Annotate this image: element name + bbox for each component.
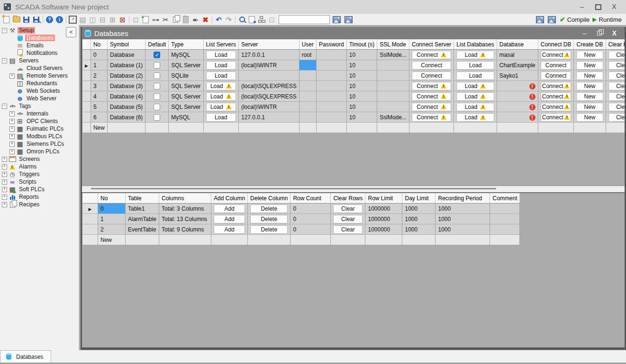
cell-empty[interactable] bbox=[203, 123, 238, 133]
cell-type[interactable]: SQL Server bbox=[169, 91, 203, 102]
tables-grid-header-recording-period[interactable]: Recording Period bbox=[435, 193, 490, 204]
tree-expander-icon[interactable]: + bbox=[9, 111, 15, 116]
tree-expander-icon[interactable]: − bbox=[2, 28, 7, 33]
cell-columns[interactable]: Total: 9 Columns bbox=[159, 224, 211, 235]
tables-grid-header-row-limit[interactable]: Row Limit bbox=[365, 193, 402, 204]
cell-row-limit[interactable]: 1000000 bbox=[365, 204, 402, 214]
cell-no[interactable]: 2 bbox=[91, 71, 107, 81]
cell-user[interactable] bbox=[299, 71, 316, 81]
clear-rows-button[interactable]: Clear bbox=[608, 92, 625, 101]
connect-db-button[interactable]: Connect bbox=[541, 92, 572, 101]
cell-symbol[interactable]: Database bbox=[107, 50, 145, 60]
row-selector[interactable] bbox=[82, 123, 91, 133]
clear-rows-button[interactable]: Clear bbox=[333, 204, 363, 213]
databases-grid-header-list-servers[interactable]: List Servers bbox=[203, 39, 238, 50]
cell-row-limit[interactable]: 1000000 bbox=[365, 224, 402, 235]
cell-server[interactable]: (local)\SQLEXPRESS bbox=[238, 91, 299, 102]
cell-empty[interactable] bbox=[238, 123, 299, 133]
find-icon[interactable] bbox=[237, 15, 247, 24]
cell-empty[interactable] bbox=[346, 123, 377, 133]
cell-database[interactable]: ! bbox=[497, 112, 538, 123]
cell-row-count[interactable]: 0 bbox=[290, 214, 331, 224]
cell-server[interactable] bbox=[238, 71, 299, 81]
cell-server[interactable]: (local)\SQLEXPRESS bbox=[238, 81, 299, 91]
tree-expander-icon[interactable]: + bbox=[2, 195, 7, 200]
list-servers-button[interactable]: Load bbox=[206, 113, 236, 122]
default-checkbox[interactable] bbox=[154, 62, 160, 69]
redo-icon[interactable]: ↷ bbox=[224, 15, 234, 24]
tree-item-servers[interactable]: −▤Servers bbox=[0, 57, 79, 64]
hierarchy-icon[interactable] bbox=[257, 15, 267, 24]
cascade-windows-icon[interactable]: ▤ bbox=[78, 15, 88, 24]
clear-rows-button[interactable]: Clear bbox=[608, 103, 625, 111]
cell-server[interactable]: (local)\WINTR bbox=[238, 60, 299, 71]
navigate-icon[interactable]: ⊡ bbox=[267, 15, 277, 24]
tree-expander-icon[interactable]: + bbox=[9, 126, 15, 132]
row-selector[interactable]: ▶ bbox=[82, 204, 98, 214]
cell-empty[interactable] bbox=[331, 235, 365, 245]
databases-grid-header-create-db[interactable]: Create DB bbox=[574, 39, 606, 50]
tree-item-emails[interactable]: ✉Emails bbox=[0, 42, 79, 49]
cell-database[interactable]: ! bbox=[497, 91, 538, 102]
tree-item-screens[interactable]: +Screens bbox=[0, 155, 79, 163]
cell-empty[interactable] bbox=[409, 123, 454, 133]
tree-item-soft-plcs[interactable]: +▦▶Soft PLCs bbox=[0, 186, 79, 193]
create-db-button[interactable]: New bbox=[576, 113, 603, 122]
cell-symbol[interactable]: Database (5) bbox=[107, 102, 145, 112]
tree-expander-icon[interactable]: − bbox=[2, 58, 7, 63]
close-windows-icon[interactable]: ⊠ bbox=[118, 15, 127, 24]
cell-empty[interactable] bbox=[211, 235, 248, 245]
connect-server-button[interactable]: Connect bbox=[412, 51, 451, 59]
tab-databases[interactable]: Databases bbox=[0, 350, 51, 363]
cell-empty[interactable] bbox=[317, 123, 347, 133]
databases-window-titlebar[interactable]: Databases – X bbox=[82, 27, 625, 39]
list-servers-button[interactable]: Load bbox=[206, 71, 236, 80]
cell-table[interactable]: Table1 bbox=[126, 204, 159, 214]
capture-icon[interactable] bbox=[535, 15, 545, 24]
list-servers-button[interactable]: Load bbox=[206, 61, 236, 70]
list-databases-button[interactable]: Load bbox=[456, 51, 494, 59]
cell-empty[interactable] bbox=[126, 235, 159, 245]
tree-item-scripts[interactable]: +∞Scripts bbox=[0, 178, 79, 186]
default-checkbox[interactable] bbox=[154, 72, 160, 79]
clear-rows-button[interactable]: Clear bbox=[608, 71, 625, 80]
add-column-button[interactable]: Add bbox=[214, 215, 245, 223]
row-selector[interactable] bbox=[82, 235, 98, 245]
tables-grid-header-clear-rows[interactable]: Clear Rows bbox=[331, 193, 365, 204]
cell-user[interactable]: root bbox=[299, 50, 316, 60]
cell-server[interactable]: 127.0.0.1 bbox=[238, 50, 299, 60]
connect-db-button[interactable]: Connect bbox=[541, 71, 572, 80]
cell-type[interactable]: SQL Server bbox=[169, 102, 203, 112]
cell-server[interactable]: (local)\WINTR bbox=[238, 102, 299, 112]
cell-day-limit[interactable]: 1000 bbox=[402, 214, 435, 224]
tree-item-omron-plcs[interactable]: +▦Omron PLCs bbox=[0, 148, 79, 155]
minimize-button[interactable]: – bbox=[574, 0, 590, 13]
connect-server-button[interactable]: Connect bbox=[412, 82, 451, 90]
cell-table[interactable]: EventTable bbox=[126, 224, 159, 235]
cell-no[interactable]: 2 bbox=[98, 224, 126, 235]
cell-type[interactable]: MySQL bbox=[169, 50, 203, 60]
child-close-button[interactable]: X bbox=[612, 27, 617, 39]
cell-symbol[interactable]: Database (2) bbox=[107, 71, 145, 81]
cell-empty[interactable] bbox=[145, 123, 169, 133]
tree-item-siemens-plcs[interactable]: +▦Siemens PLCs bbox=[0, 140, 79, 148]
cell-columns[interactable]: Total: 13 Columns bbox=[159, 214, 211, 224]
create-db-button[interactable]: New bbox=[576, 71, 603, 80]
new-project-icon[interactable] bbox=[1, 15, 11, 24]
cell-symbol[interactable]: Database (6) bbox=[107, 112, 145, 123]
list-databases-button[interactable]: Load bbox=[456, 92, 494, 101]
tables-grid-header-columns[interactable]: Columns bbox=[159, 193, 211, 204]
tree-expander-icon[interactable]: − bbox=[2, 104, 7, 109]
cell-user[interactable] bbox=[299, 60, 316, 71]
tree-expander-icon[interactable]: + bbox=[2, 202, 7, 207]
row-selector[interactable] bbox=[82, 71, 91, 81]
tables-grid-header-day-limit[interactable]: Day Limit bbox=[402, 193, 435, 204]
goto-icon[interactable] bbox=[247, 15, 257, 24]
databases-grid-header-password[interactable]: Password bbox=[317, 39, 347, 50]
tree-item-internals[interactable]: +<T>Internals bbox=[0, 110, 79, 117]
compile-button[interactable]: ✔ Compile bbox=[560, 16, 590, 23]
cell-no[interactable]: 1 bbox=[91, 60, 107, 71]
connect-db-button[interactable]: Connect bbox=[541, 51, 572, 59]
cell-empty[interactable] bbox=[454, 123, 497, 133]
list-databases-button[interactable]: Load bbox=[456, 82, 494, 90]
